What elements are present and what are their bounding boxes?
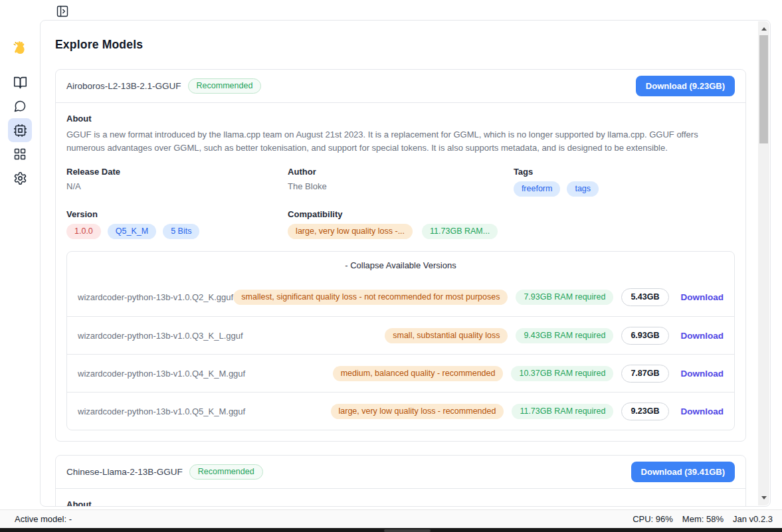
quality-pill: small, substantial quality loss xyxy=(385,328,508,343)
status-bar: Active model: - CPU: 96% Mem: 58% Jan v0… xyxy=(0,509,782,528)
taskbar-edge xyxy=(0,528,782,532)
page-title: Explore Models xyxy=(55,38,746,52)
vertical-scrollbar[interactable] xyxy=(758,21,769,505)
grid-icon xyxy=(13,147,27,161)
quantization-pill: Q5_K_M xyxy=(108,224,156,239)
wave-hand-icon xyxy=(12,40,28,56)
size-badge: 5.43GB xyxy=(621,288,668,306)
size-badge: 7.87GB xyxy=(621,365,668,383)
main-panel: Explore Models Airoboros-L2-13B-2.1-GGUF… xyxy=(40,20,771,507)
sidebar-item-chat[interactable] xyxy=(8,94,32,118)
quality-pill: large, very low quality loss - recommend… xyxy=(331,404,504,419)
scroll-up-arrow-icon[interactable] xyxy=(761,27,767,31)
quality-pill: medium, balanced quality - recommended xyxy=(333,366,504,381)
model-card-airoboros: Airoboros-L2-13B-2.1-GGUF Recommended Do… xyxy=(55,69,746,442)
size-badge: 6.93GB xyxy=(621,327,668,345)
model-name: Airoboros-L2-13B-2.1-GGUF xyxy=(66,81,181,91)
bits-pill: 5 Bits xyxy=(163,224,199,239)
gear-icon xyxy=(13,171,27,185)
ram-pill: 10.37GB RAM required xyxy=(511,366,613,381)
version-row: wizardcoder-python-13b-v1.0.Q3_K_L.gguf … xyxy=(67,316,734,354)
release-date-label: Release Date xyxy=(66,167,288,177)
ram-pill: 11.73GB RAM required xyxy=(512,404,613,419)
download-version-link[interactable]: Download xyxy=(681,369,724,379)
panel-toggle-icon xyxy=(56,5,69,18)
author-value: The Bloke xyxy=(288,181,514,191)
sidebar-item-apps[interactable] xyxy=(8,142,32,166)
release-date-field: Release Date N/A xyxy=(66,167,288,197)
version-row: wizardcoder-python-13b-v1.0.Q4_K_M.gguf … xyxy=(67,354,734,392)
version-filename: wizardcoder-python-13b-v1.0.Q4_K_M.gguf xyxy=(78,369,333,379)
ram-pill: 7.93GB RAM required xyxy=(516,290,613,305)
tag-pill: freeform xyxy=(514,181,561,197)
available-versions-table: - Collapse Available Versions wizardcode… xyxy=(66,251,735,430)
version-filename: wizardcoder-python-13b-v1.0.Q5_K_M.gguf xyxy=(78,406,331,416)
book-icon xyxy=(13,76,27,90)
tags-label: Tags xyxy=(514,167,735,177)
about-label: About xyxy=(66,114,735,124)
recommended-badge: Recommended xyxy=(189,464,263,480)
compatibility-field: Compatibility large, very low quality lo… xyxy=(288,209,735,239)
author-label: Author xyxy=(288,167,514,177)
scrollbar-thumb[interactable] xyxy=(759,35,768,143)
taskbar-glow xyxy=(384,529,431,532)
version-filename: wizardcoder-python-13b-v1.0.Q2_K.gguf xyxy=(78,292,233,302)
author-field: Author The Bloke xyxy=(288,167,514,197)
download-version-link[interactable]: Download xyxy=(681,331,724,341)
sidebar-item-models[interactable] xyxy=(8,118,32,142)
download-model-button[interactable]: Download (9.23GB) xyxy=(636,76,735,96)
scroll-down-arrow-icon[interactable] xyxy=(761,496,767,499)
model-name: Chinese-Llama-2-13B-GGUF xyxy=(66,467,183,477)
chat-icon xyxy=(13,100,27,113)
sidebar-item-welcome[interactable] xyxy=(8,36,32,60)
about-label: About xyxy=(66,499,735,507)
quality-pill: smallest, significant quality loss - not… xyxy=(233,290,508,305)
tags-field: Tags freeform tags xyxy=(514,167,735,197)
ram-pill: 11.73GB RAM... xyxy=(422,224,498,239)
version-row: wizardcoder-python-13b-v1.0.Q2_K.gguf sm… xyxy=(67,278,734,316)
app-version: Jan v0.2.3 xyxy=(733,514,773,524)
sidebar-item-settings[interactable] xyxy=(8,166,32,190)
tag-pill: tags xyxy=(567,181,599,197)
ram-pill: 9.43GB RAM required xyxy=(516,328,613,343)
cpu-usage: CPU: 96% xyxy=(633,514,673,524)
recommended-badge: Recommended xyxy=(188,78,262,94)
sidebar-toggle-button[interactable] xyxy=(56,5,69,18)
download-model-button[interactable]: Download (39.41GB) xyxy=(631,462,735,482)
size-badge: 9.23GB xyxy=(621,402,668,420)
version-field: Version 1.0.0 Q5_K_M 5 Bits xyxy=(66,209,288,239)
version-pill: 1.0.0 xyxy=(66,224,101,239)
app-sidebar xyxy=(0,33,40,190)
cpu-icon xyxy=(13,124,27,137)
collapse-versions-toggle[interactable]: - Collapse Available Versions xyxy=(67,252,734,278)
version-filename: wizardcoder-python-13b-v1.0.Q3_K_L.gguf xyxy=(78,331,385,341)
version-label: Version xyxy=(66,209,288,219)
model-card-chinese-llama: Chinese-Llama-2-13B-GGUF Recommended Dow… xyxy=(55,455,746,507)
download-version-link[interactable]: Download xyxy=(681,292,724,302)
sidebar-item-docs[interactable] xyxy=(8,70,32,94)
quality-pill: large, very low quality loss -... xyxy=(288,224,413,239)
release-date-value: N/A xyxy=(66,181,288,191)
mem-usage: Mem: 58% xyxy=(682,514,724,524)
download-version-link[interactable]: Download xyxy=(681,406,724,416)
compatibility-label: Compatibility xyxy=(288,209,735,219)
about-text: GGUF is a new format introduced by the l… xyxy=(66,128,735,154)
version-row: wizardcoder-python-13b-v1.0.Q5_K_M.gguf … xyxy=(67,392,734,430)
active-model-status: Active model: - xyxy=(15,514,72,524)
